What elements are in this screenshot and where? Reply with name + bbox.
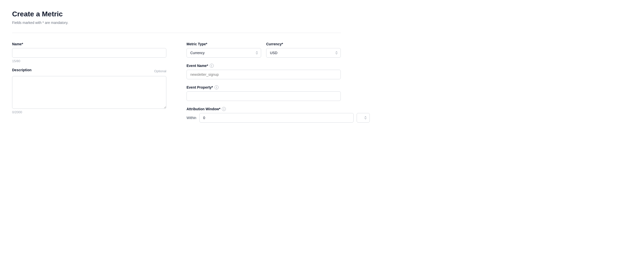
- attribution-unit-select[interactable]: days hours weeks: [357, 113, 370, 123]
- currency-label: Currency*: [266, 42, 341, 46]
- event-name-label: Event Name*: [187, 64, 208, 68]
- event-property-field-group: Event Property* i: [187, 85, 341, 101]
- attribution-window-row: Within days hours weeks: [187, 113, 341, 123]
- name-input[interactable]: [12, 48, 166, 58]
- description-label-row: Description Optional: [12, 68, 166, 74]
- attribution-number-input[interactable]: [199, 113, 354, 123]
- event-name-input[interactable]: [187, 70, 341, 79]
- event-name-field-group: Event Name* i: [187, 64, 341, 79]
- event-name-info-icon: i: [210, 64, 214, 68]
- description-label: Description: [12, 68, 32, 72]
- page-title: Create a Metric: [12, 10, 341, 18]
- within-label: Within: [187, 116, 196, 120]
- attribution-unit-select-wrapper: days hours weeks: [357, 113, 370, 123]
- description-input[interactable]: [12, 76, 166, 109]
- divider: [12, 33, 341, 33]
- metric-type-field-group: Metric Type* Currency Count Revenue Conv…: [187, 42, 261, 58]
- name-counter: 15/80: [12, 59, 166, 63]
- description-optional: Optional: [154, 69, 166, 73]
- attribution-window-label: Attribution Window*: [187, 107, 220, 111]
- left-column: Name* 15/80 Description Optional 0/2000: [12, 42, 166, 119]
- attribution-window-label-row: Attribution Window* i: [187, 107, 341, 111]
- name-label: Name*: [12, 42, 166, 46]
- metric-type-currency-row: Metric Type* Currency Count Revenue Conv…: [187, 42, 341, 58]
- description-field-group: Description Optional 0/2000: [12, 68, 166, 114]
- page-container: Create a Metric Fields marked with * are…: [0, 0, 353, 133]
- currency-field-group: Currency* USD EUR GBP JPY CAD AUD: [266, 42, 341, 58]
- form-layout: Name* 15/80 Description Optional 0/2000: [12, 42, 341, 123]
- right-column: Metric Type* Currency Count Revenue Conv…: [187, 42, 341, 123]
- event-name-label-row: Event Name* i: [187, 64, 341, 68]
- name-field-group: Name* 15/80: [12, 42, 166, 63]
- event-property-input[interactable]: [187, 91, 341, 101]
- event-property-label-row: Event Property* i: [187, 85, 341, 89]
- attribution-window-info-icon: i: [222, 107, 226, 111]
- metric-type-label: Metric Type*: [187, 42, 261, 46]
- event-property-info-icon: i: [214, 85, 219, 89]
- event-property-label: Event Property*: [187, 85, 213, 89]
- currency-select[interactable]: USD EUR GBP JPY CAD AUD: [266, 48, 341, 58]
- metric-type-select[interactable]: Currency Count Revenue Conversion: [187, 48, 261, 58]
- currency-select-wrapper: USD EUR GBP JPY CAD AUD: [266, 48, 341, 58]
- page-subtitle: Fields marked with * are mandatory.: [12, 21, 341, 25]
- attribution-window-field-group: Attribution Window* i Within days hours …: [187, 107, 341, 123]
- metric-type-select-wrapper: Currency Count Revenue Conversion: [187, 48, 261, 58]
- description-counter: 0/2000: [12, 110, 166, 114]
